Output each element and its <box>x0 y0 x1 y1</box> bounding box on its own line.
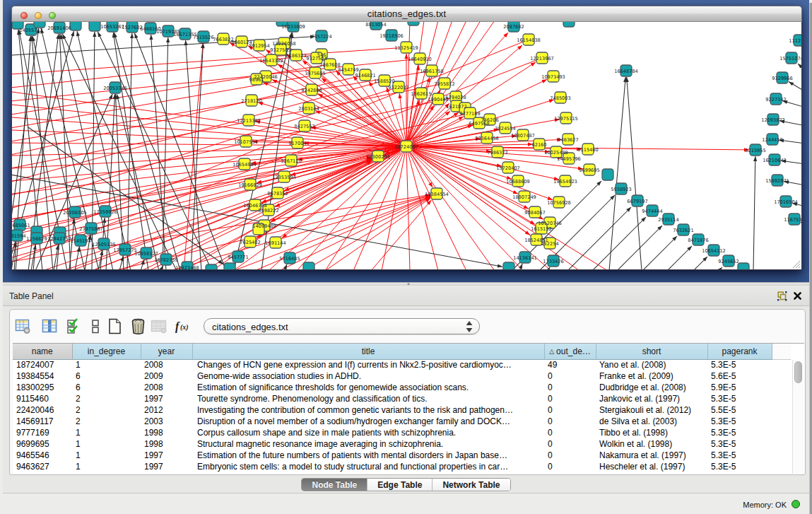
column-header-year[interactable]: year <box>141 344 192 359</box>
cell-indeg[interactable]: 2 <box>72 393 141 404</box>
table-options-icon[interactable] <box>15 318 31 334</box>
function-builder-icon[interactable]: f (x) <box>175 318 193 334</box>
cell-year[interactable]: 1998 <box>141 427 192 438</box>
cell-indeg[interactable]: 1 <box>72 450 141 461</box>
table-row[interactable]: 946554611997Estimation of the future num… <box>13 450 791 461</box>
cell-name[interactable]: 19384554 <box>13 370 72 382</box>
cell-indeg[interactable]: 2 <box>72 404 141 416</box>
cell-indeg[interactable]: 1 <box>72 438 141 450</box>
cell-name[interactable]: 22420046 <box>13 404 72 416</box>
cell-name[interactable]: 9699695 <box>13 438 72 450</box>
cell-year[interactable]: 1997 <box>141 450 192 461</box>
resize-grip-icon[interactable] <box>792 259 800 268</box>
cell-short[interactable]: Franke et al. (2009) <box>596 370 707 382</box>
network-canvas[interactable]: 1405571220691406106532671527602646616010… <box>11 22 802 270</box>
cell-title[interactable]: Genome-wide association studies in ADHD. <box>192 370 544 382</box>
cell-outdeg[interactable]: 0 <box>544 370 596 382</box>
cell-outdeg[interactable]: 0 <box>544 404 596 416</box>
cell-name[interactable]: 18300295 <box>13 382 72 393</box>
cell-short[interactable]: Wolkin et al. (1998) <box>596 438 707 450</box>
table-row[interactable]: 946362711997Embryonic stem cells: a mode… <box>13 461 791 472</box>
window-titlebar[interactable]: citations_edges.txt <box>11 6 802 22</box>
show-columns-icon[interactable] <box>42 318 58 334</box>
cell-year[interactable]: 2003 <box>141 416 192 427</box>
citation-network-graph[interactable]: 1405571220691406106532671527602646616010… <box>12 22 801 269</box>
cell-pagerank[interactable]: 5.9E-5 <box>707 382 772 393</box>
cell-title[interactable]: Investigating the contribution of common… <box>192 404 544 416</box>
tab-network-table[interactable]: Network Table <box>433 479 510 491</box>
cell-title[interactable]: Tourette syndrome. Phenomenology and cla… <box>192 393 544 404</box>
column-header-out_de[interactable]: △out_de… <box>544 344 596 359</box>
cell-pagerank[interactable]: 5.3E-5 <box>707 461 772 472</box>
cell-indeg[interactable]: 6 <box>72 382 141 393</box>
cell-name[interactable]: 9463627 <box>13 461 72 472</box>
tab-node-table[interactable]: Node Table <box>302 479 367 491</box>
cell-short[interactable]: Nakamura et al. (1997) <box>596 450 707 461</box>
unselect-all-icon[interactable] <box>88 318 104 334</box>
cell-pagerank[interactable]: 5.3E-5 <box>707 359 772 370</box>
table-row[interactable]: 1872400712008Changes of HCN gene express… <box>13 359 791 370</box>
column-header-in_degree[interactable]: in_degree <box>72 344 141 359</box>
cell-title[interactable]: Disruption of a novel member of a sodium… <box>192 416 544 427</box>
table-header-row[interactable]: namein_degreeyeartitle△out_de…shortpager… <box>13 344 791 359</box>
select-all-icon[interactable] <box>66 318 82 334</box>
delete-columns-icon[interactable] <box>130 318 146 334</box>
column-header-pagerank[interactable]: pagerank <box>707 344 772 359</box>
table-row[interactable]: 969969511998Structural magnetic resonanc… <box>13 438 791 450</box>
table-vertical-scrollbar[interactable] <box>792 360 804 474</box>
cell-title[interactable]: Estimation of significance thresholds fo… <box>192 382 544 393</box>
cell-pagerank[interactable]: 5.3E-5 <box>707 438 772 450</box>
cell-pagerank[interactable]: 5.3E-5 <box>707 450 772 461</box>
cell-short[interactable]: Stergiakouli et al. (2012) <box>596 404 707 416</box>
column-header-name[interactable]: name <box>13 344 72 359</box>
table-row[interactable]: 977716911998Corpus callosum shape and si… <box>13 427 791 438</box>
scrollbar-thumb[interactable] <box>794 361 802 383</box>
cell-title[interactable]: Estimation of the future numbers of pati… <box>192 450 544 461</box>
cell-indeg[interactable]: 1 <box>72 359 141 370</box>
cell-indeg[interactable]: 1 <box>72 427 141 438</box>
cell-short[interactable]: Dudbridge et al. (2008) <box>596 382 707 393</box>
cell-title[interactable]: Embryonic stem cells: a model to study s… <box>192 461 544 472</box>
cell-pagerank[interactable]: 5.3E-5 <box>707 427 772 438</box>
import-table-icon[interactable] <box>151 318 167 334</box>
cell-outdeg[interactable]: 0 <box>544 382 596 393</box>
cell-title[interactable]: Corpus callosum shape and size in male p… <box>192 427 544 438</box>
tab-edge-table[interactable]: Edge Table <box>367 479 433 491</box>
network-table-combobox[interactable]: citations_edges.txt <box>204 318 480 334</box>
cell-outdeg[interactable]: 49 <box>544 359 596 370</box>
close-panel-icon[interactable] <box>793 291 802 300</box>
cell-title[interactable]: Changes of HCN gene expression and I(f) … <box>192 359 544 370</box>
cell-pagerank[interactable]: 5.3E-5 <box>707 393 772 404</box>
cell-indeg[interactable]: 1 <box>72 461 141 472</box>
table-row[interactable]: 911546021997Tourette syndrome. Phenomeno… <box>13 393 791 404</box>
cell-pagerank[interactable]: 5.5E-5 <box>707 404 772 416</box>
cell-name[interactable]: 14569117 <box>13 416 72 427</box>
cell-short[interactable]: de Silva et al. (2003) <box>596 416 707 427</box>
network-view-window[interactable]: 1405571220691406106532671527602646616010… <box>11 6 802 270</box>
cell-outdeg[interactable]: 0 <box>544 450 596 461</box>
column-header-title[interactable]: title <box>192 344 544 359</box>
cell-title[interactable]: Structural magnetic resonance image aver… <box>192 438 544 450</box>
cell-short[interactable]: Jankovic et al. (1997) <box>596 393 707 404</box>
cell-short[interactable]: Hescheler et al. (1997) <box>596 461 707 472</box>
memory-status-indicator[interactable] <box>792 500 800 508</box>
cell-short[interactable]: Yano et al. (2008) <box>596 359 707 370</box>
cell-name[interactable]: 18724007 <box>13 359 72 370</box>
cell-year[interactable]: 2012 <box>141 404 192 416</box>
cell-year[interactable]: 1998 <box>141 438 192 450</box>
cell-pagerank[interactable]: 5.3E-5 <box>707 416 772 427</box>
new-column-icon[interactable] <box>107 318 123 334</box>
cell-year[interactable]: 2009 <box>141 370 192 382</box>
table-row[interactable]: 1938455462009Genome-wide association stu… <box>13 370 791 382</box>
column-header-short[interactable]: short <box>596 344 707 359</box>
cell-indeg[interactable]: 2 <box>72 416 141 427</box>
cell-outdeg[interactable]: 0 <box>544 416 596 427</box>
table-row[interactable]: 2242004622012Investigating the contribut… <box>13 404 791 416</box>
table-row[interactable]: 1830029562008Estimation of significance … <box>13 382 791 393</box>
cell-outdeg[interactable]: 0 <box>544 427 596 438</box>
cell-pagerank[interactable]: 5.6E-5 <box>707 370 772 382</box>
cell-name[interactable]: 9115460 <box>13 393 72 404</box>
cell-name[interactable]: 9777169 <box>13 427 72 438</box>
cell-year[interactable]: 2008 <box>141 359 192 370</box>
float-panel-icon[interactable] <box>777 291 787 301</box>
